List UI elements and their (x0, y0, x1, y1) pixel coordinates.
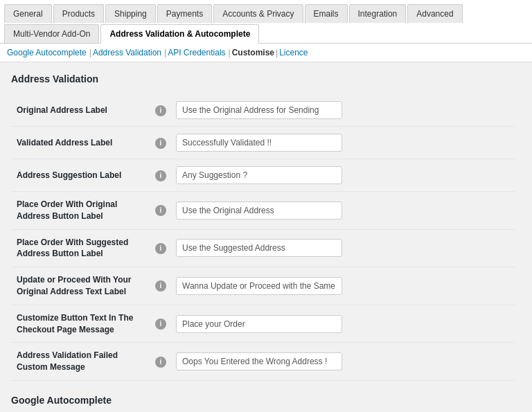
form-row: Customize Button Text In The Checkout Pa… (11, 305, 515, 343)
field-input[interactable] (176, 201, 342, 220)
info-icon[interactable]: i (155, 170, 166, 181)
form-table-0: Original Address LabeliValidated Address… (11, 94, 515, 381)
field-label: Address Validation Failed Custom Message (11, 343, 150, 381)
info-icon[interactable]: i (155, 243, 166, 254)
info-icon[interactable]: i (155, 205, 166, 216)
tab-payments[interactable]: Payments (157, 4, 212, 23)
tab-products[interactable]: Products (53, 4, 104, 23)
form-row: Update or Proceed With Your Original Add… (11, 267, 515, 305)
subnav-link-api-credentials[interactable]: API Credentials (168, 48, 225, 57)
tab-multi-vendor-add-on[interactable]: Multi-Vendor Add-On (4, 24, 99, 43)
subnav-link-address-validation[interactable]: Address Validation (93, 48, 161, 57)
info-icon[interactable]: i (155, 280, 166, 292)
field-input[interactable] (176, 166, 342, 184)
subnav-link-licence[interactable]: Licence (279, 48, 308, 57)
sub-nav: Google Autocomplete|Address Validation|A… (0, 44, 532, 62)
field-label: Original Address Label (11, 94, 150, 127)
tab-shipping[interactable]: Shipping (105, 4, 156, 23)
tabs-bar: GeneralProductsShippingPaymentsAccounts … (0, 0, 532, 44)
field-label: Place Order With Suggested Address Butto… (11, 229, 150, 267)
form-row: Original Address Labeli (11, 94, 515, 127)
form-row: Place Order With Original Address Button… (11, 192, 515, 230)
tab-address-validation--autocomplete[interactable]: Address Validation & Autocomplete (100, 24, 259, 44)
field-input[interactable] (176, 134, 342, 152)
subnav-link-google-autocomplete[interactable]: Google Autocomplete (7, 48, 87, 57)
info-icon[interactable]: i (155, 138, 166, 149)
field-input[interactable] (176, 315, 342, 333)
tab-general[interactable]: General (4, 4, 52, 23)
field-input[interactable] (176, 277, 342, 295)
field-label: Address Suggestion Label (11, 159, 150, 192)
info-icon[interactable]: i (155, 319, 166, 330)
section-title-1: Google Autocomplete (11, 395, 515, 406)
form-row: Place Order With Suggested Address Butto… (11, 229, 515, 267)
field-label: Update or Proceed With Your Original Add… (11, 267, 150, 305)
section-title-0: Address Validation (11, 73, 515, 84)
field-label: Place Order With Original Address Button… (11, 192, 150, 230)
subnav-current: Customise (232, 48, 274, 57)
form-row: Address Validation Failed Custom Message… (11, 343, 515, 381)
tab-advanced[interactable]: Advanced (407, 4, 462, 23)
tab-emails[interactable]: Emails (305, 4, 348, 23)
field-label: Customize Button Text In The Checkout Pa… (11, 305, 150, 343)
main-content: Address ValidationOriginal Address Label… (0, 62, 526, 412)
field-input[interactable] (176, 101, 342, 119)
tab-accounts--privacy[interactable]: Accounts & Privacy (213, 4, 303, 23)
field-input[interactable] (176, 352, 342, 370)
info-icon[interactable]: i (155, 357, 166, 368)
field-label: Validated Address Label (11, 127, 150, 159)
tab-integration[interactable]: Integration (349, 4, 407, 23)
info-icon[interactable]: i (155, 105, 166, 116)
form-row: Address Suggestion Labeli (11, 159, 515, 192)
form-row: Validated Address Labeli (11, 127, 515, 159)
field-input[interactable] (176, 239, 342, 257)
